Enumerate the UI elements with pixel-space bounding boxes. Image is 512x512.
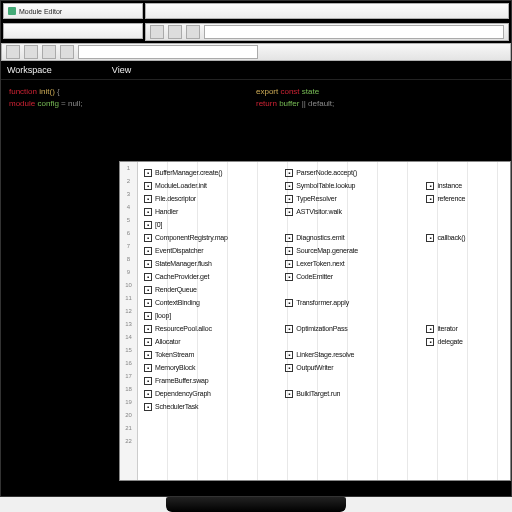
item-label: ParserNode.accept(): [296, 166, 357, 179]
menu-view[interactable]: View: [112, 65, 131, 75]
code-punct: {: [57, 87, 60, 96]
code-ident: init(): [39, 87, 55, 96]
list-item[interactable]: ▪OptimizationPass: [285, 322, 414, 335]
item-label: Allocator: [155, 335, 180, 348]
panel-content[interactable]: ▪BufferManager.create()▪ModuleLoader.ini…: [138, 162, 510, 480]
list-item[interactable]: ▪Allocator: [144, 335, 273, 348]
list-item[interactable]: [285, 309, 414, 322]
list-item[interactable]: [426, 361, 504, 374]
tool-print[interactable]: [42, 45, 56, 59]
code-punct: || default;: [302, 99, 335, 108]
list-item[interactable]: ▪callback(): [426, 231, 504, 244]
tool-save[interactable]: [24, 45, 38, 59]
address-bar[interactable]: [204, 25, 504, 39]
list-item[interactable]: ▪File.descriptor: [144, 192, 273, 205]
list-item[interactable]: ▪SourceMap.generate: [285, 244, 414, 257]
item-icon: ▪: [144, 208, 152, 216]
list-item[interactable]: ▪EventDispatcher: [144, 244, 273, 257]
list-item[interactable]: ▪RenderQueue: [144, 283, 273, 296]
list-item[interactable]: ▪ParserNode.accept(): [285, 166, 414, 179]
menu-workspace[interactable]: Workspace: [7, 65, 52, 75]
item-icon: ▪: [144, 286, 152, 294]
line-number: 22: [120, 435, 137, 448]
list-item[interactable]: ▪CacheProvider.get: [144, 270, 273, 283]
list-item[interactable]: [285, 218, 414, 231]
list-item[interactable]: [285, 283, 414, 296]
list-item[interactable]: ▪ASTVisitor.walk: [285, 205, 414, 218]
back-button[interactable]: [150, 25, 164, 39]
list-item[interactable]: ▪reference: [426, 192, 504, 205]
line-number: 9: [120, 266, 137, 279]
list-item[interactable]: ▪TokenStream: [144, 348, 273, 361]
list-item[interactable]: ▪ResourcePool.alloc: [144, 322, 273, 335]
forward-button[interactable]: [168, 25, 182, 39]
list-item[interactable]: ▪instance: [426, 179, 504, 192]
list-item[interactable]: [426, 218, 504, 231]
list-item[interactable]: [426, 309, 504, 322]
window-title-right[interactable]: [145, 3, 509, 19]
item-icon: ▪: [144, 195, 152, 203]
list-item[interactable]: ▪Handler: [144, 205, 273, 218]
list-item[interactable]: ▪ModuleLoader.init: [144, 179, 273, 192]
list-item[interactable]: [426, 374, 504, 387]
column-3: ▪instance▪reference▪callback()▪iterator▪…: [420, 162, 510, 480]
list-item[interactable]: [426, 348, 504, 361]
list-item[interactable]: ▪StateManager.flush: [144, 257, 273, 270]
item-icon: ▪: [285, 169, 293, 177]
list-item[interactable]: ▪DependencyGraph: [144, 387, 273, 400]
list-item[interactable]: ▪ContextBinding: [144, 296, 273, 309]
list-item[interactable]: [285, 400, 414, 413]
item-icon: ▪: [285, 234, 293, 242]
list-item[interactable]: [426, 270, 504, 283]
item-icon: ▪: [144, 390, 152, 398]
list-item[interactable]: ▪BuildTarget.run: [285, 387, 414, 400]
item-label: CodeEmitter: [296, 270, 333, 283]
line-number: 16: [120, 357, 137, 370]
list-item[interactable]: ▪Transformer.apply: [285, 296, 414, 309]
list-item[interactable]: ▪CodeEmitter: [285, 270, 414, 283]
line-number: 5: [120, 214, 137, 227]
list-item[interactable]: ▪[0]: [144, 218, 273, 231]
list-item[interactable]: [285, 374, 414, 387]
list-item[interactable]: ▪TypeResolver: [285, 192, 414, 205]
item-label: OptimizationPass: [296, 322, 347, 335]
list-item[interactable]: ▪OutputWriter: [285, 361, 414, 374]
window-title-left[interactable]: Module Editor: [3, 3, 143, 19]
item-label: File.descriptor: [155, 192, 196, 205]
code-ident: config: [37, 99, 58, 108]
line-number: 17: [120, 370, 137, 383]
code-editor[interactable]: function init() { export const state mod…: [1, 80, 511, 116]
list-item[interactable]: ▪LexerToken.next: [285, 257, 414, 270]
refresh-button[interactable]: [186, 25, 200, 39]
tool-cut[interactable]: [60, 45, 74, 59]
secondary-left: [3, 23, 143, 39]
list-item[interactable]: ▪SymbolTable.lookup: [285, 179, 414, 192]
list-item[interactable]: [426, 244, 504, 257]
tool-open[interactable]: [6, 45, 20, 59]
list-item[interactable]: ▪LinkerStage.resolve: [285, 348, 414, 361]
list-item[interactable]: ▪Diagnostics.emit: [285, 231, 414, 244]
item-label: TokenStream: [155, 348, 194, 361]
list-item[interactable]: [426, 257, 504, 270]
line-number: 21: [120, 422, 137, 435]
list-item[interactable]: [426, 166, 504, 179]
list-item[interactable]: [426, 400, 504, 413]
code-keyword: module: [9, 99, 35, 108]
list-item[interactable]: ▪delegate: [426, 335, 504, 348]
list-item[interactable]: [285, 335, 414, 348]
list-item[interactable]: ▪SchedulerTask: [144, 400, 273, 413]
list-item[interactable]: ▪ComponentRegistry.map: [144, 231, 273, 244]
line-number: 13: [120, 318, 137, 331]
path-field[interactable]: [78, 45, 258, 59]
list-item[interactable]: [426, 205, 504, 218]
list-item[interactable]: ▪BufferManager.create(): [144, 166, 273, 179]
list-item[interactable]: [426, 283, 504, 296]
list-item[interactable]: ▪iterator: [426, 322, 504, 335]
line-number: 10: [120, 279, 137, 292]
item-label: delegate: [437, 335, 462, 348]
list-item[interactable]: [426, 296, 504, 309]
list-item[interactable]: ▪FrameBuffer.swap: [144, 374, 273, 387]
list-item[interactable]: ▪MemoryBlock: [144, 361, 273, 374]
list-item[interactable]: [426, 387, 504, 400]
list-item[interactable]: ▪[loop]: [144, 309, 273, 322]
